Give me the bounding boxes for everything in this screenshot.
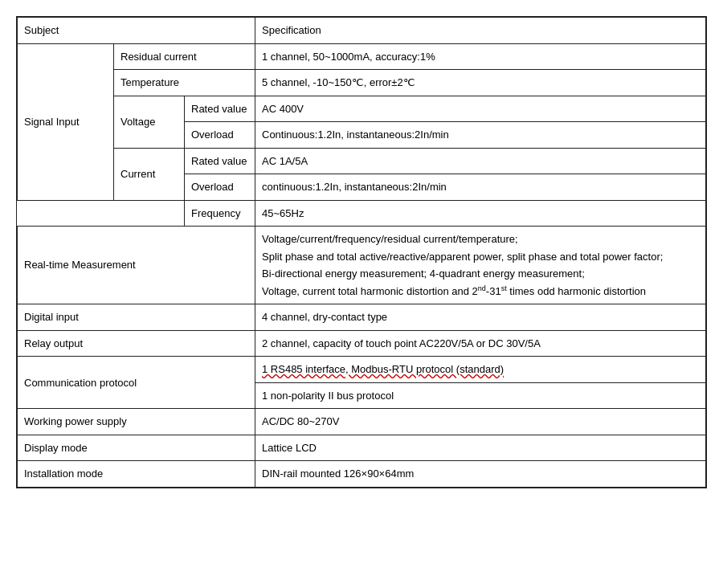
installation-label: Installation mode (18, 461, 255, 488)
table-row: Current Rated value AC 1A/5A (18, 148, 706, 174)
table-row: Working power supply AC/DC 80~270V (18, 409, 706, 435)
voltage-rated-label: Rated value (185, 96, 255, 122)
current-overload-spec: continuous:1.2In, instantaneous:2In/min (255, 174, 706, 201)
table-row: Signal Input Residual current 1 channel,… (18, 43, 706, 70)
table-row: Temperature 5 channel, -10~150℃, error±2… (18, 70, 706, 96)
table-row: Display mode Lattice LCD (18, 435, 706, 461)
display-mode-spec: Lattice LCD (255, 435, 706, 461)
comm-protocol-label: Communication protocol (18, 357, 255, 409)
working-power-spec: AC/DC 80~270V (255, 409, 706, 435)
realtime-line1: Voltage/current/frequency/residual curre… (262, 231, 699, 247)
current-rated-label: Rated value (185, 148, 255, 174)
current-rated-spec: AC 1A/5A (255, 148, 706, 174)
comm-protocol-spec1: 1 RS485 interface, Modbus-RTU protocol (… (255, 357, 706, 383)
realtime-spec: Voltage/current/frequency/residual curre… (255, 227, 706, 304)
table-row: Real-time Measurement Voltage/current/fr… (18, 227, 706, 304)
subject-header: Subject (18, 18, 255, 44)
residual-current-spec: 1 channel, 50~1000mA, accuracy:1% (255, 43, 706, 70)
working-power-label: Working power supply (18, 409, 255, 435)
voltage-overload-label: Overload (185, 122, 255, 149)
realtime-line3: Bi-directional energy measurement; 4-qua… (262, 266, 699, 282)
specification-header: Specification (255, 18, 706, 44)
realtime-line2: Split phase and total active/reactive/ap… (262, 249, 699, 265)
residual-current-label: Residual current (114, 43, 255, 70)
comm-protocol-spec2: 1 non-polarity II bus protocol (255, 382, 706, 409)
table-row: Installation mode DIN-rail mounted 126×9… (18, 461, 706, 488)
table-row: Digital input 4 channel, dry-contact typ… (18, 304, 706, 331)
voltage-overload-spec: Continuous:1.2In, instantaneous:2In/min (255, 122, 706, 149)
table-row: Voltage Rated value AC 400V (18, 96, 706, 122)
voltage-rated-spec: AC 400V (255, 96, 706, 122)
voltage-label: Voltage (114, 96, 185, 148)
table-header-row: Subject Specification (18, 18, 706, 44)
table-row: Frequency 45~65Hz (18, 200, 706, 227)
table-row: Communication protocol 1 RS485 interface… (18, 357, 706, 383)
installation-spec: DIN-rail mounted 126×90×64mm (255, 461, 706, 488)
current-label: Current (114, 148, 185, 200)
relay-output-label: Relay output (18, 330, 255, 357)
temperature-spec: 5 channel, -10~150℃, error±2℃ (255, 70, 706, 96)
current-overload-label: Overload (185, 174, 255, 201)
frequency-spec: 45~65Hz (255, 200, 706, 227)
relay-output-spec: 2 channel, capacity of touch point AC220… (255, 330, 706, 357)
digital-input-label: Digital input (18, 304, 255, 331)
display-mode-label: Display mode (18, 435, 255, 461)
frequency-label: Frequency (185, 200, 255, 227)
digital-input-spec: 4 channel, dry-contact type (255, 304, 706, 331)
table-row: Relay output 2 channel, capacity of touc… (18, 330, 706, 357)
realtime-line4: Voltage, current total harmonic distorti… (262, 284, 699, 300)
spec-table-wrapper: Subject Specification Signal Input Resid… (16, 16, 707, 488)
temperature-label: Temperature (114, 70, 255, 96)
realtime-label: Real-time Measurement (18, 227, 255, 304)
signal-input-label: Signal Input (18, 43, 114, 200)
